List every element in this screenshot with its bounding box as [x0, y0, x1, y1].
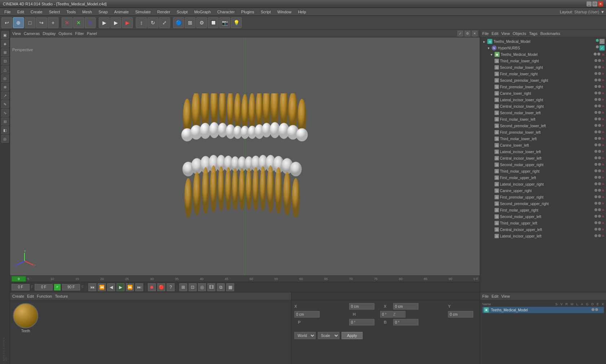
tree-item-second-molar-lower-left[interactable]: △ Second_molar_lower_left ✕ — [480, 110, 606, 116]
coord-system-select[interactable]: World Object — [294, 332, 316, 339]
scene-menu-bookmarks[interactable]: Bookmarks — [540, 31, 560, 36]
tree-item-lateral-incisor-upper-left[interactable]: △ Lateral_incisor_upper_left ✕ — [480, 233, 606, 239]
menu-snap[interactable]: Snap — [96, 9, 111, 15]
object-button[interactable]: □ — [25, 17, 35, 28]
step-forward-button[interactable]: ⏩ — [126, 283, 134, 291]
tree-item-first-premolar-lower-left[interactable]: △ First_premolar_lower_left ✕ — [480, 129, 606, 136]
sidebar-btn-13[interactable]: ◎ — [1, 135, 9, 143]
tree-item-lateral-incisor-upper-right[interactable]: △ Lateral_incisor_upper_right ✕ — [480, 181, 606, 187]
tree-item-second-premolar-upper-right[interactable]: △ Second_premolar_upper_right ✕ — [480, 200, 606, 207]
scene-menu-tags[interactable]: Tags — [529, 31, 537, 36]
scene-menu-edit[interactable]: Edit — [492, 31, 499, 36]
tool-y[interactable]: ✕ — [73, 17, 84, 28]
render-active-button[interactable]: ▶ — [122, 17, 133, 28]
vp-fullscreen-btn[interactable]: ⤢ — [457, 31, 463, 36]
motion-scheme-button[interactable]: ⧉ — [217, 283, 225, 291]
viewport-menu-view[interactable]: View — [12, 31, 21, 36]
tree-item-first-premolar-upper-right[interactable]: △ First_premolar_upper_right ✕ — [480, 194, 606, 200]
menu-create[interactable]: Create — [28, 9, 45, 15]
material-menu-texture[interactable]: Texture — [55, 294, 68, 298]
scene-menu-file[interactable]: File — [482, 31, 489, 36]
sidebar-btn-1[interactable]: ▣ — [1, 31, 9, 39]
menu-render[interactable]: Render — [154, 9, 173, 15]
menu-script[interactable]: Script — [258, 9, 274, 15]
tree-item-first-molar-lower-right[interactable]: △ First_molar_lower_right ✕ — [480, 71, 606, 77]
tool-x[interactable]: ✕ — [62, 17, 73, 28]
viewport-menu-cameras[interactable]: Cameras — [24, 31, 40, 36]
light-button[interactable]: 💡 — [231, 17, 242, 28]
tree-item-lateral-incisor-lower-right[interactable]: △ Lateral_incisor_lower_right ✕ — [480, 97, 606, 103]
move-tool-button[interactable]: ⊕ — [13, 17, 24, 28]
attr-menu-view[interactable]: View — [501, 294, 510, 298]
coord-x-input[interactable] — [349, 303, 374, 310]
tree-item-hypernurbs[interactable]: ▾ N HyperNURBS ✓ — [480, 45, 606, 51]
timeline[interactable]: 0 510152025 3035404550 5560657075 808590… — [10, 275, 480, 282]
tree-item-canine-upper-right[interactable]: △ Canine_upper_right ✕ — [480, 187, 606, 194]
menu-animate[interactable]: Animate — [111, 9, 132, 15]
redo-button[interactable]: ↪ — [36, 17, 47, 28]
jump-start-button[interactable]: ⏮ — [88, 283, 96, 291]
menu-mesh[interactable]: Mesh — [79, 9, 95, 15]
close-button[interactable]: ✕ — [598, 1, 603, 6]
tree-item-first-premolar-lower-right[interactable]: △ First_premolar_lower_right ✕ — [480, 84, 606, 90]
key-settings-button[interactable]: ? — [167, 283, 175, 291]
viewport-menu-filter[interactable]: Filter — [75, 31, 84, 36]
tree-item-root[interactable]: ▸ ◎ Teeths_Medical_Model ✓ — [480, 38, 606, 45]
maximize-button[interactable]: □ — [592, 1, 597, 6]
tree-item-second-premolar-lower-left[interactable]: △ Second_premolar_lower_left ✕ — [480, 123, 606, 129]
coord-p-input[interactable] — [349, 319, 374, 325]
layout-dropdown-icon[interactable]: ▼ — [601, 10, 605, 14]
tree-item-third-molar-upper-right[interactable]: △ Third_molar_upper_right ✕ — [480, 168, 606, 174]
attr-menu-edit[interactable]: Edit — [492, 294, 499, 298]
menu-file[interactable]: File — [1, 9, 14, 15]
tree-item-second-premolar-lower-right[interactable]: △ Second_premolar_lower_right ✕ — [480, 77, 606, 84]
tree-item-lateral-incisor-lower-left[interactable]: △ Lateral_incisor_lower_left ✕ — [480, 148, 606, 155]
sidebar-btn-3[interactable]: ⊞ — [1, 48, 9, 56]
material-slot-teeth[interactable]: Teeth — [13, 303, 38, 333]
tree-item-central-incisor-upper-left[interactable]: △ Central_incisor_upper_left ✕ — [480, 226, 606, 233]
camera-button[interactable]: 📷 — [219, 17, 230, 28]
tree-item-central-incisor-lower-right[interactable]: △ Central_incisor_lower_right ✕ — [480, 103, 606, 110]
tree-item-first-molar-upper-left[interactable]: △ First_molar_upper_left ✕ — [480, 174, 606, 181]
coord-z-input[interactable] — [448, 311, 473, 318]
timeline-button[interactable]: ⊡ — [189, 283, 197, 291]
tree-item-third-molar-lower-left[interactable]: △ Third_molar_lower_left ✕ — [480, 136, 606, 142]
tool-z[interactable]: ✕ — [85, 17, 96, 28]
scale-button[interactable]: ⤢ — [159, 17, 170, 28]
end-frame-input[interactable] — [62, 284, 80, 290]
snap-button[interactable]: 🔵 — [173, 17, 184, 28]
apply-button[interactable]: Apply — [342, 332, 363, 339]
coord-b-input[interactable] — [393, 319, 418, 325]
motion-clip-button[interactable]: 🎞 — [207, 283, 215, 291]
record-button[interactable]: ⏺ — [148, 283, 156, 291]
tree-item-first-molar-upper-right[interactable]: △ First_molar_upper_right ✕ — [480, 207, 606, 213]
sidebar-btn-11[interactable]: ⊟ — [1, 117, 9, 125]
grid-button[interactable]: ⊞ — [185, 17, 196, 28]
material-menu-create[interactable]: Create — [12, 294, 24, 298]
menu-help[interactable]: Help — [295, 9, 309, 15]
tree-item-model[interactable]: ▾ ▣ Teeths_Medical_Model ✕ — [480, 51, 606, 58]
coord-y-input[interactable] — [294, 311, 320, 318]
viewport-container[interactable]: View Cameras Display Options Filter Pane… — [10, 30, 480, 292]
sidebar-btn-4[interactable]: ⊡ — [1, 57, 9, 65]
viewport-canvas[interactable]: Perspective — [10, 37, 480, 275]
tree-item-third-molar-lower-right[interactable]: △ Third_molar_lower_right ✕ — [480, 58, 606, 64]
tree-item-central-incisor-lower-left[interactable]: △ Central_incisor_lower_left ✕ — [480, 155, 606, 161]
tree-item-second-molar-upper-left[interactable]: △ Second_molar_upper_left ✕ — [480, 213, 606, 220]
tree-item-first-molar-lower-left[interactable]: △ First_molar_lower_left ✕ — [480, 116, 606, 123]
scene-menu-objects[interactable]: Objects — [513, 31, 526, 36]
tree-item-second-molar-upper-right[interactable]: △ Second_molar_upper_right ✕ — [480, 161, 606, 168]
material-thumbnail-teeth[interactable] — [13, 303, 38, 328]
tree-item-canine-lower-right[interactable]: △ Canine_lower_right ✕ — [480, 90, 606, 97]
add-object-button[interactable]: + — [48, 17, 58, 28]
vp-settings-btn[interactable]: ⚙ — [465, 31, 470, 36]
coord-ex-input[interactable] — [393, 303, 418, 310]
jump-end-button[interactable]: ⏭ — [135, 283, 143, 291]
timeline-markers[interactable]: 510152025 3035404550 5560657075 8085900 … — [27, 277, 478, 281]
menu-sculpt[interactable]: Sculpt — [174, 9, 191, 15]
sidebar-btn-5[interactable]: △ — [1, 66, 9, 74]
menu-mograph[interactable]: MoGraph — [191, 9, 214, 15]
menu-simulate[interactable]: Simulate — [132, 9, 154, 15]
material-menu-edit[interactable]: Edit — [27, 294, 34, 298]
start-frame-input[interactable] — [35, 284, 53, 290]
